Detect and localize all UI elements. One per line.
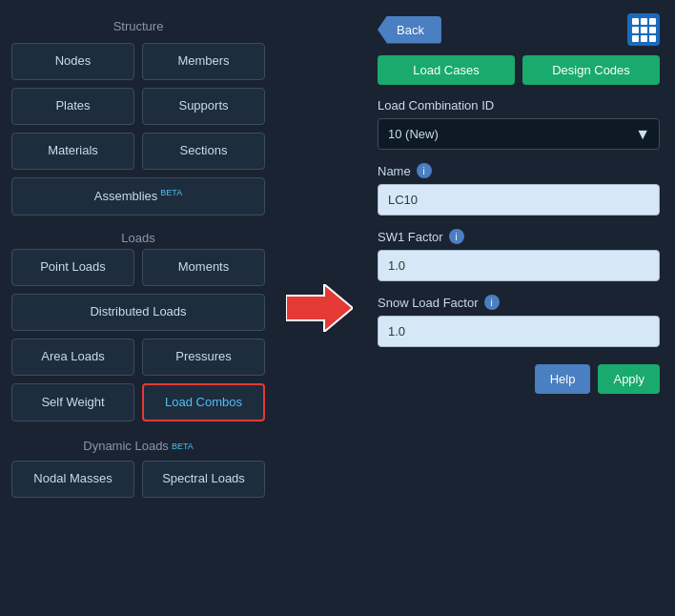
spectral-loads-btn[interactable]: Spectral Loads (142, 461, 265, 498)
name-input[interactable] (378, 184, 660, 216)
back-button[interactable]: Back (378, 16, 441, 44)
plates-btn[interactable]: Plates (11, 88, 134, 125)
snow-load-factor-input[interactable] (378, 316, 660, 347)
nodal-masses-btn[interactable]: Nodal Masses (11, 461, 134, 498)
loads-label: Loads (11, 231, 265, 245)
distributed-loads-grid: Distributed Loads (11, 294, 265, 331)
dynamic-loads-beta: BETA (172, 441, 194, 451)
name-info-icon[interactable]: i (417, 163, 432, 178)
svg-marker-0 (286, 284, 353, 332)
help-button[interactable]: Help (535, 364, 591, 394)
dynamic-loads-grid: Nodal Masses Spectral Loads (11, 461, 265, 498)
right-panel: Back Load Cases Design Codes Load Combin… (362, 0, 675, 616)
point-loads-btn[interactable]: Point Loads (11, 249, 134, 286)
supports-btn[interactable]: Supports (142, 88, 265, 125)
loads-grid-1: Point Loads Moments (11, 249, 265, 286)
assemblies-grid: AssembliesBETA (11, 177, 265, 216)
grid-icon (632, 18, 656, 42)
pressures-btn[interactable]: Pressures (142, 339, 265, 376)
load-combos-btn[interactable]: Load Combos (142, 383, 265, 422)
snow-load-factor-label: Snow Load Factor i (378, 295, 660, 310)
area-loads-btn[interactable]: Area Loads (11, 339, 134, 376)
right-arrow-icon (286, 284, 353, 332)
dynamic-loads-label: Dynamic Loads (83, 439, 169, 453)
arrow-container (276, 0, 362, 616)
name-label: Name i (378, 163, 660, 178)
snow-info-icon[interactable]: i (484, 295, 500, 310)
load-comb-id-select[interactable]: 10 (New) (378, 118, 660, 150)
structure-grid-1: Nodes Members Plates Supports Materials … (11, 43, 265, 170)
apply-button[interactable]: Apply (598, 364, 660, 394)
load-cases-button[interactable]: Load Cases (378, 55, 515, 85)
sw1-factor-input[interactable] (378, 250, 660, 281)
left-panel: Structure Nodes Members Plates Supports … (0, 0, 276, 616)
nodes-btn[interactable]: Nodes (11, 43, 134, 80)
sw1-factor-label: SW1 Factor i (378, 229, 660, 244)
design-codes-button[interactable]: Design Codes (522, 55, 660, 85)
structure-label: Structure (11, 19, 265, 33)
loads-grid-2: Area Loads Pressures Self Weight Load Co… (11, 339, 265, 422)
assemblies-btn[interactable]: AssembliesBETA (11, 177, 265, 216)
moments-btn[interactable]: Moments (142, 249, 265, 286)
bottom-buttons: Help Apply (378, 364, 660, 394)
members-btn[interactable]: Members (142, 43, 265, 80)
top-bar: Back (378, 13, 660, 46)
sw1-info-icon[interactable]: i (449, 229, 464, 244)
load-comb-id-wrapper: 10 (New) ▼ (378, 118, 660, 150)
load-comb-id-label: Load Combination ID (378, 98, 660, 113)
action-buttons: Load Cases Design Codes (378, 55, 660, 85)
self-weight-btn[interactable]: Self Weight (11, 383, 134, 422)
grid-view-button[interactable] (627, 13, 660, 46)
materials-btn[interactable]: Materials (11, 133, 134, 170)
sections-btn[interactable]: Sections (142, 133, 265, 170)
distributed-loads-btn[interactable]: Distributed Loads (11, 294, 265, 331)
